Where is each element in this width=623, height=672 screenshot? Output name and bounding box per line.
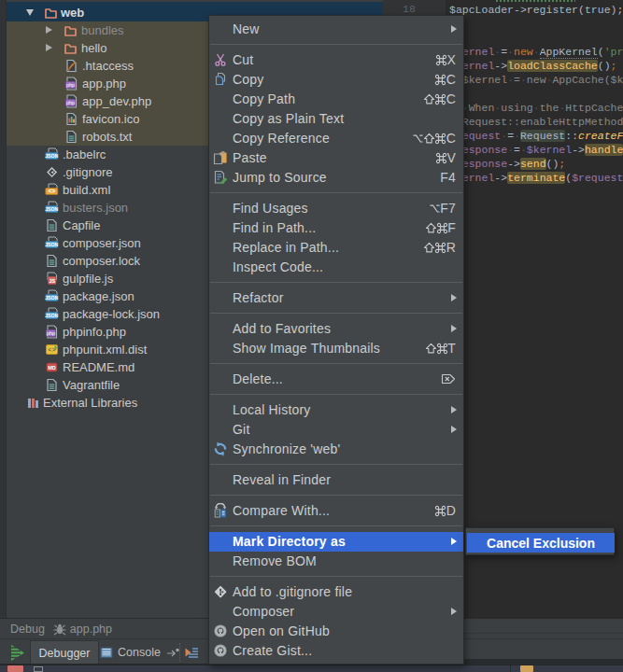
svg-text:JSON: JSON [45,312,58,317]
svg-text:<>: <> [48,189,55,195]
svg-text:JSON: JSON [45,241,58,246]
svg-text:JS: JS [49,277,55,283]
svg-text:php: php [47,329,55,335]
svg-text:JSON: JSON [45,205,58,211]
svg-text:php: php [66,99,75,105]
svg-text:<>: <> [48,346,55,354]
svg-text:JSON: JSON [45,294,58,300]
svg-text:JSON: JSON [45,152,58,158]
svg-text:MD: MD [48,364,56,370]
svg-text:php: php [66,81,75,87]
